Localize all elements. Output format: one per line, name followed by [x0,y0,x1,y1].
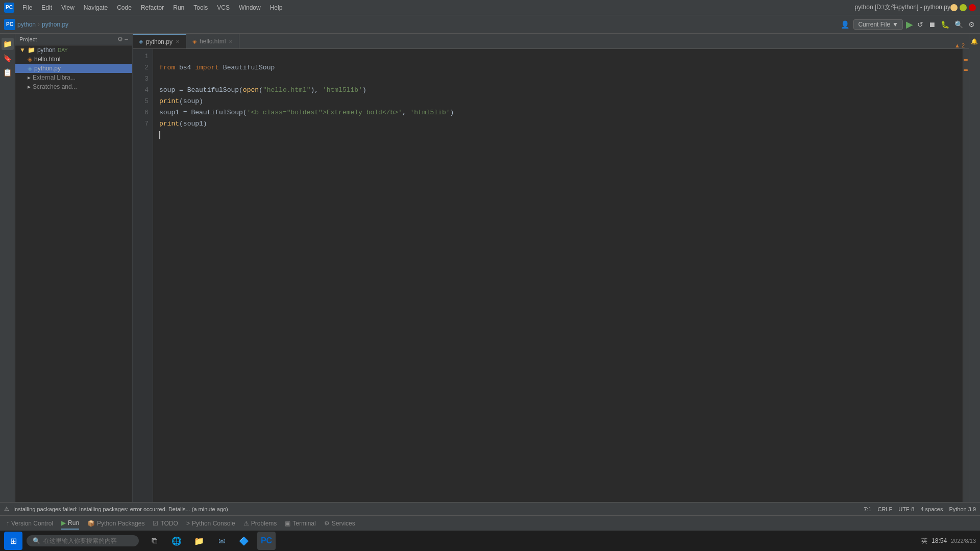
windows-icon: ⊞ [10,536,17,546]
menu-help[interactable]: Help [266,3,287,13]
menu-run[interactable]: Run [169,3,188,13]
bottom-tab-terminal[interactable]: ▣ Terminal [285,518,315,529]
current-file-button[interactable]: Current File ▼ [853,19,903,30]
breadcrumb-root[interactable]: python [17,21,36,28]
menu-navigate[interactable]: Navigate [80,3,112,13]
stop-icon[interactable]: ⏹ [927,19,937,30]
run-button[interactable]: ▶ [906,19,913,30]
explorer-icon: 📁 [194,536,204,546]
taskbar-app-explorer[interactable]: 📁 [190,532,208,550]
minimize-button[interactable] [950,4,958,11]
taskbar-app-edge[interactable]: 🌐 [167,532,186,550]
status-right: 7:1 CRLF UTF-8 4 spaces Python 3.9 [864,506,976,512]
close-button[interactable] [969,4,976,11]
editor-right-margin [963,49,969,520]
current-file-label: Current File [858,21,890,28]
tree-root[interactable]: ▼ 📁 python DAY [15,45,132,55]
editor-area: ◈ python.py ✕ ◈ hello.html ✕ ▲ 2 1 2 3 4… [133,34,969,520]
line-numbers: 1 2 3 4 5 6 7 [133,49,153,520]
menu-view[interactable]: View [57,3,79,13]
edge-icon: 🌐 [172,536,182,546]
bottom-tab-run[interactable]: ▶ Run [61,517,79,530]
taskbar-app-mail[interactable]: ✉ [212,532,231,550]
taskbar-date: 2022/8/13 [951,538,976,544]
sidebar-icon-structure[interactable]: 📋 [2,66,14,79]
html-file-icon: ◈ [28,56,32,63]
bottom-tab-version-control[interactable]: ↑ Version Control [6,518,53,529]
problems-icon: ⚠ [243,520,249,527]
services-label: Services [332,520,355,527]
maximize-button[interactable] [960,4,967,11]
tab-python-py-close[interactable]: ✕ [176,39,180,44]
taskbar-app-taskview[interactable]: ⧉ [145,532,163,550]
menu-vcs[interactable]: VCS [213,3,234,13]
tree-item-scratches[interactable]: ▸ Scratches and... [15,82,132,91]
pycharm-logo: PC [4,19,15,30]
tree-label-hello-html: hello.html [34,56,60,63]
vc-icon: ↑ [6,520,9,527]
taskbar-search[interactable]: 🔍 [27,535,139,546]
tree-item-hello-html[interactable]: ◈ hello.html [15,55,132,64]
taskbar-search-input[interactable] [43,537,125,544]
menu-refactor[interactable]: Refactor [137,3,168,13]
tab-hello-html-close[interactable]: ✕ [229,39,233,44]
tree-label-scratches: Scratches and... [33,83,77,90]
problems-label: Problems [251,520,277,527]
panel-expand-icon[interactable]: – [125,36,128,43]
status-message: Installing packages failed: Installing p… [13,506,228,512]
sidebar-icons: 📁 🔖 📋 [0,34,15,520]
right-sidebar: 🔔 [969,34,980,520]
indent-setting[interactable]: 4 spaces [920,506,943,512]
taskbar-app-app1[interactable]: 🔷 [235,532,253,550]
rerun-icon[interactable]: ↺ [916,19,924,30]
project-panel-header: Project ⚙ – [15,34,132,45]
bottom-tab-services[interactable]: ⚙ Services [324,518,355,529]
tree-item-python-py[interactable]: ◈ python.py [15,64,132,73]
menu-window[interactable]: Window [235,3,265,13]
vc-label: Version Control [11,520,53,527]
taskbar-lang: 英 [921,537,927,545]
taskview-icon: ⧉ [152,536,157,545]
terminal-icon: ▣ [285,520,290,527]
debug-icon[interactable]: 🐛 [940,19,950,30]
tab-hello-html-label: hello.html [200,38,226,45]
status-warning-icon: ⚠ [4,506,9,512]
code-editor[interactable]: 1 2 3 4 5 6 7 from bs4 import BeautifulS… [133,49,969,520]
sidebar-icon-project[interactable]: 📁 [2,38,14,50]
panel-gear-icon[interactable]: ⚙ [117,36,123,43]
run-icon: ▶ [61,519,66,527]
pycharm-icon: PC [261,536,272,545]
bottom-tab-python-packages[interactable]: 📦 Python Packages [87,518,144,529]
start-button[interactable]: ⊞ [4,532,22,550]
user-icon[interactable]: 👤 [840,19,850,30]
tree-label-external-libs: External Libra... [33,74,76,81]
menu-tools[interactable]: Tools [189,3,212,13]
tree-item-external-libs[interactable]: ▸ External Libra... [15,73,132,82]
settings-icon[interactable]: ⚙ [967,19,976,30]
encoding[interactable]: UTF-8 [898,506,914,512]
bottom-tab-todo[interactable]: ☑ TODO [153,518,178,529]
tab-python-py[interactable]: ◈ python.py ✕ [133,34,186,48]
bottom-tab-problems[interactable]: ⚠ Problems [243,518,277,529]
root-folder-icon: ▼ [19,46,26,54]
tab-hello-html[interactable]: ◈ hello.html ✕ [186,34,239,48]
cursor-position[interactable]: 7:1 [864,506,871,512]
project-folder-icon: 📁 [28,46,35,54]
editor-tabs: ◈ python.py ✕ ◈ hello.html ✕ ▲ 2 [133,34,969,49]
search-icon[interactable]: 🔍 [953,19,964,30]
python-version[interactable]: Python 3.9 [949,506,976,512]
notifications-label[interactable]: 🔔 [971,38,978,44]
taskbar-app-pycharm[interactable]: PC [257,532,276,550]
bottom-tab-python-console[interactable]: > Python Console [186,518,235,529]
tree-label-python-py: python.py [34,65,61,72]
window-controls [950,4,976,11]
menu-edit[interactable]: Edit [37,3,56,13]
breadcrumb-file[interactable]: python.py [42,21,68,28]
sidebar-icon-bookmark[interactable]: 🔖 [2,52,14,64]
toolbar-right: 👤 Current File ▼ ▶ ↺ ⏹ 🐛 🔍 ⚙ [840,19,976,30]
line-endings[interactable]: CRLF [877,506,892,512]
bottom-nav-tabs: ↑ Version Control ▶ Run 📦 Python Package… [0,515,980,531]
code-content[interactable]: from bs4 import BeautifulSoup soup = Bea… [153,49,963,520]
menu-code[interactable]: Code [113,3,136,13]
menu-file[interactable]: File [18,3,36,13]
